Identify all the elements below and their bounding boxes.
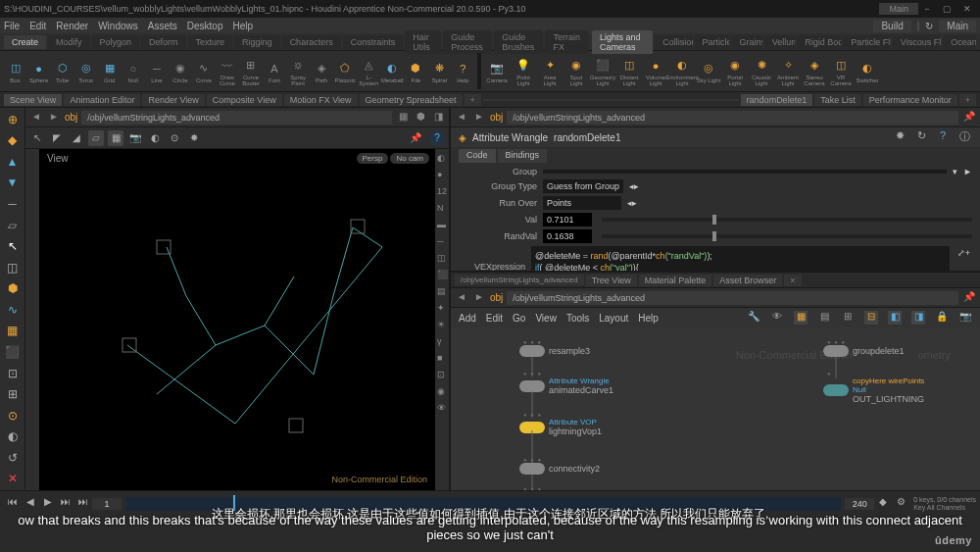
tool-arrow-icon[interactable]: ↖ [2, 236, 23, 256]
nav-fwd-icon[interactable]: ► [47, 111, 61, 125]
parm-gtype-menu-icon[interactable]: ◂▸ [629, 181, 639, 191]
vr8-icon[interactable]: ⬛ [437, 270, 447, 283]
vpt-flag2-icon[interactable]: ◢ [69, 130, 84, 146]
vr3-icon[interactable]: 12 [437, 186, 447, 200]
vr14-icon[interactable]: ⊡ [437, 370, 447, 383]
vr15-icon[interactable]: ◉ [437, 386, 447, 400]
shelf-tool-box[interactable]: ◫Box [4, 53, 26, 89]
vpt-sel2-icon[interactable]: ▦ [108, 130, 123, 146]
tool-d-icon[interactable]: ◫ [2, 258, 23, 277]
shelf-tool-grid[interactable]: ▦Grid [98, 53, 121, 89]
pe-gear-icon[interactable]: ✸ [892, 129, 907, 145]
nt-wire-icon[interactable]: ⊟ [864, 311, 878, 325]
shelf-tool-geometry-light[interactable]: ⬛Geometry Light [590, 53, 615, 89]
parm-tab-code[interactable]: Code [459, 149, 496, 163]
vex-editor[interactable]: @deleteMe = rand(@parentId*ch("randVal")… [531, 246, 950, 271]
shelf-tool-distant-light[interactable]: ◫Distant Light [616, 53, 642, 89]
shelf-tool-metaball[interactable]: ◐Metaball [381, 53, 404, 89]
minimize-icon[interactable]: − [918, 4, 936, 14]
net-layout[interactable]: Layout [599, 313, 628, 324]
shelf-r7[interactable]: Viscous Fluids [893, 35, 941, 49]
nt-lock-icon[interactable]: 🔒 [935, 311, 949, 325]
vr12-icon[interactable]: γ [437, 336, 447, 350]
node-connectivity[interactable]: ● ● ●connectivity2 [519, 463, 600, 475]
shelf-gprocess[interactable]: Guide Process [443, 30, 492, 54]
vr9-icon[interactable]: ▤ [437, 286, 447, 300]
tab-compview[interactable]: Composite View [207, 94, 282, 106]
tool-g-icon[interactable]: ▦ [2, 322, 23, 341]
tab-takelist[interactable]: Take List [814, 94, 861, 106]
parm-tab-bindings[interactable]: Bindings [498, 149, 548, 163]
vr2-icon[interactable]: ● [437, 170, 447, 183]
menu-help[interactable]: Help [232, 21, 253, 31]
vr11-icon[interactable]: ☀ [437, 320, 447, 333]
menu-assets[interactable]: Assets [148, 21, 177, 31]
parm-rand-input[interactable]: 0.1638 [543, 229, 592, 243]
shelf-hair[interactable]: Hair Utils [405, 30, 441, 54]
shelf-rigging[interactable]: Rigging [234, 35, 280, 49]
node-outlightning[interactable]: ●copyHere wirePointsNullOUT_LIGHTNING [823, 376, 924, 404]
parm-gtype-input[interactable]: Guess from Group [543, 179, 623, 193]
shelf-constraints[interactable]: Constraints [343, 35, 404, 49]
shelf-tool-portal-light[interactable]: ◉Portal Light [722, 53, 748, 89]
menu-file[interactable]: File [4, 21, 20, 31]
viewport-path[interactable]: /obj/vellumStringLights_advanced [81, 111, 392, 125]
nav-opt2-icon[interactable]: ⬢ [414, 111, 427, 125]
vpt-cam-icon[interactable]: 📷 [127, 130, 143, 146]
shelf-characters[interactable]: Characters [282, 35, 341, 49]
shelf-tool-font[interactable]: AFont [264, 53, 286, 89]
nt-wrench-icon[interactable]: 🔧 [747, 311, 760, 325]
pe-back-icon[interactable]: ◄ [455, 111, 468, 125]
parm-rand-slider[interactable] [602, 234, 972, 238]
nt-grid3-icon[interactable]: ⊞ [841, 311, 855, 325]
tab-parm-node[interactable]: randomDelete1 [741, 94, 813, 106]
viewport-canvas[interactable]: View Persp No cam [39, 149, 435, 490]
shelf-tool-spot-light[interactable]: ◉Spot Light [564, 53, 589, 89]
shelf-r1[interactable]: Collisions [655, 35, 692, 49]
nt-c2-icon[interactable]: ◨ [911, 311, 925, 325]
tool-i-icon[interactable]: ⊡ [2, 364, 23, 383]
menu-edit[interactable]: Edit [29, 21, 46, 31]
shelf-tool-vr-camera[interactable]: ◫VR Camera [828, 53, 854, 89]
shelf-deform[interactable]: Deform [141, 35, 186, 49]
shelf-tool-path[interactable]: ◈Path [311, 53, 333, 89]
node-animatedcarve[interactable]: ● ● ●Attribute WrangleanimatedCarve1 [519, 376, 613, 395]
node-lightningvop[interactable]: ● ● ●Attribute VOPlightningVop1 [519, 418, 602, 436]
vpt-sel1-icon[interactable]: ▱ [88, 130, 104, 146]
nt-grid1-icon[interactable]: ▦ [794, 311, 808, 325]
shelf-tool-spray-paint[interactable]: ⛭Spray Paint [287, 53, 310, 89]
tab-renderview[interactable]: Render View [142, 94, 204, 106]
add-tab-icon2[interactable]: + [959, 94, 976, 106]
shelf-r4[interactable]: Vellum [764, 35, 796, 49]
tool-k-icon[interactable]: ⊙ [2, 406, 23, 426]
desktop-main[interactable]: Main [939, 20, 976, 32]
shelf-tool-circle[interactable]: ◉Circle [169, 53, 191, 89]
tab-perfmon[interactable]: Performance Monitor [863, 94, 957, 106]
tab-geospread[interactable]: Geometry Spreadsheet [360, 94, 463, 106]
net-pin-icon[interactable]: 📌 [962, 291, 976, 305]
tool-geo-icon[interactable]: ◆ [2, 131, 23, 151]
tool-f-icon[interactable]: ∿ [2, 300, 23, 320]
vpt-pin-icon[interactable]: 📌 [408, 130, 423, 146]
net-edit[interactable]: Edit [486, 313, 503, 324]
pe-help-icon[interactable]: ? [935, 129, 951, 145]
tool-b-icon[interactable]: ▼ [2, 174, 23, 193]
tool-sel-icon[interactable]: ▱ [2, 216, 23, 235]
vpt-j-icon[interactable]: ✸ [186, 130, 202, 146]
net-go[interactable]: Go [513, 313, 525, 324]
net-help[interactable]: Help [638, 313, 659, 324]
shelf-tool-ambient-light[interactable]: ✧Ambient Light [775, 53, 801, 89]
shelf-tool-volume-light[interactable]: ●Volume Light [643, 53, 668, 89]
shelf-tool-curve-booter[interactable]: ⊞Curve Booter [239, 53, 262, 89]
maximize-icon[interactable]: ▢ [938, 4, 956, 14]
wrangle-name[interactable]: randomDelete1 [554, 132, 886, 143]
parm-runover-menu-icon[interactable]: ◂▸ [627, 198, 637, 208]
shelf-tool-sphere[interactable]: ●Sphere [27, 53, 50, 89]
shelf-tool-draw-curve[interactable]: 〰Draw Curve [216, 53, 238, 89]
vpt-h-icon[interactable]: ◐ [147, 130, 163, 146]
shelf-r3[interactable]: Grains [731, 35, 761, 49]
menu-render[interactable]: Render [56, 21, 88, 31]
menu-desktop[interactable]: Desktop [187, 21, 223, 31]
node-resample3[interactable]: ● ● ●resample3 [519, 345, 590, 357]
parm-val-slider[interactable] [602, 218, 972, 222]
